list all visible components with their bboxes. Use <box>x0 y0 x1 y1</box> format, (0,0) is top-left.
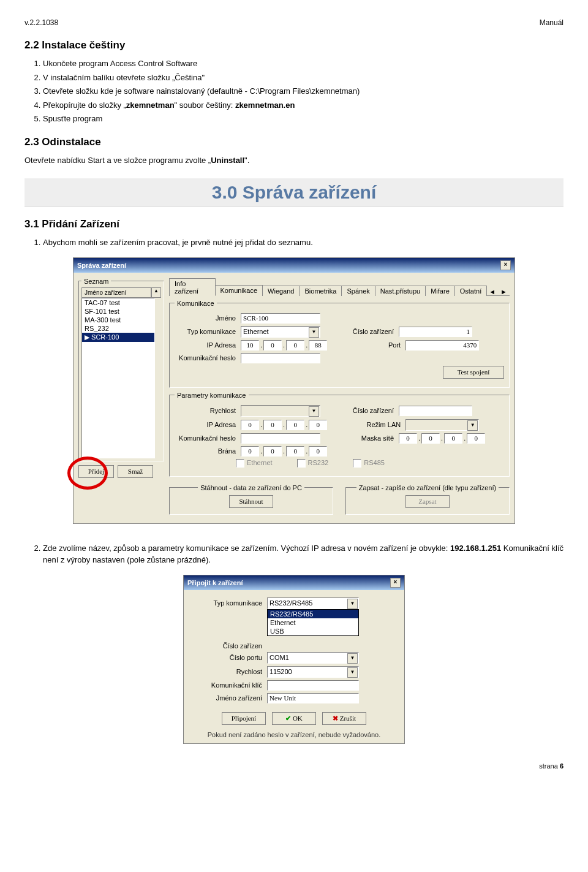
ip-input[interactable]: . . . <box>241 340 327 351</box>
conn-type-label: Typ komunikace <box>189 599 267 607</box>
tab-access[interactable]: Nast.přístupu <box>375 286 426 296</box>
dialog-titlebar: Připojit k zařízení × <box>184 575 404 590</box>
mask-label: Maska sítě <box>320 434 399 442</box>
delete-button[interactable]: Smaž <box>118 465 153 478</box>
conn-type-options[interactable]: RS232/RS485 Ethernet USB <box>267 609 359 636</box>
name-input[interactable] <box>241 313 320 324</box>
commpass-label: Komunikační heslo <box>175 354 241 362</box>
devno-input[interactable] <box>399 327 472 337</box>
ethernet-checkbox: Ethernet <box>236 459 273 468</box>
tab-info[interactable]: Info zařízení <box>169 278 216 296</box>
commkey-input[interactable] <box>267 680 359 691</box>
portno-select[interactable]: COM1▼ <box>267 652 359 664</box>
tab-sleep[interactable]: Spánek <box>341 286 375 296</box>
conn-type-select[interactable]: RS232/RS485▼ <box>267 597 359 609</box>
uninstall-text: Otevřete nabídku Start a ve složce progr… <box>24 154 564 167</box>
tab-other[interactable]: Ostatní <box>454 286 487 296</box>
port-input[interactable] <box>405 340 479 351</box>
heading-3-1: 3.1 Přidání Zařízení <box>24 218 564 230</box>
heading-2-3: 2.3 Odinstalace <box>24 136 564 148</box>
mask-input[interactable]: . . . <box>399 433 485 444</box>
devname-input[interactable] <box>267 693 359 703</box>
devname-label: Jméno zařízení <box>189 694 267 702</box>
connect-button[interactable]: Připojení <box>222 712 266 725</box>
name-label: Jméno <box>175 314 241 322</box>
ip2-label: IP Adresa <box>175 421 241 428</box>
cancel-button[interactable]: ✖ Zrušit <box>322 712 366 725</box>
ok-button[interactable]: ✔ OK <box>272 712 316 725</box>
lan-label: Režim LAN <box>327 421 405 428</box>
connect-device-dialog: Připojit k zařízení × Typ komunikace RS2… <box>183 575 405 744</box>
add-device-step-2: Zde zvolíme název, způsob a parametry ko… <box>43 542 564 566</box>
sidebar-header: Jméno zařízení <box>81 287 151 298</box>
tab-bar: Info zařízení Komunikace Wiegand Biometr… <box>169 278 510 296</box>
chevron-down-icon: ▼ <box>347 599 358 609</box>
tab-biometrics[interactable]: Biometrika <box>299 286 342 296</box>
tab-wiegand[interactable]: Wiegand <box>262 286 300 296</box>
device-list[interactable]: TAC-07 test SF-101 test MA-300 test RS_2… <box>81 298 155 458</box>
gw-label: Brána <box>175 447 241 455</box>
doc-type: Manuál <box>540 18 564 27</box>
heading-2-2: 2.2 Instalace češtiny <box>24 39 564 51</box>
type-label: Typ komunikace <box>175 328 241 335</box>
option[interactable]: RS232/RS485 <box>268 610 358 618</box>
commpass-input[interactable] <box>241 353 320 363</box>
list-item[interactable]: RS_232 <box>82 324 154 333</box>
check-icon: ✔ <box>285 715 293 722</box>
close-icon[interactable]: × <box>390 578 401 588</box>
chevron-down-icon: ▼ <box>309 406 319 417</box>
write-button: Zapsat <box>405 495 450 508</box>
add-button[interactable]: Přidej <box>78 465 114 478</box>
tab-mifare[interactable]: Mifare <box>425 286 455 296</box>
doc-version: v.2.2.1038 <box>24 18 58 27</box>
add-device-step-1: Abychom mohli se zařízením pracovat, je … <box>43 237 564 249</box>
list-item[interactable]: TAC-07 test <box>82 298 154 307</box>
dialog-note: Pokud není zadáno heslo v zařízení, nebu… <box>189 731 399 738</box>
x-icon: ✖ <box>333 715 340 722</box>
write-group-label: Zapsat - zapíše do zařízení (dle typu za… <box>356 484 499 491</box>
commpass2-input[interactable] <box>241 433 320 444</box>
option[interactable]: Ethernet <box>268 618 358 627</box>
chevron-down-icon: ▼ <box>347 667 358 678</box>
list-item[interactable]: SF-101 test <box>82 307 154 316</box>
install-steps: Ukončete program Access Control Software… <box>43 58 564 125</box>
speed-label: Rychlost <box>175 407 241 414</box>
chevron-down-icon: ▼ <box>347 653 358 664</box>
dialog-title: Správa zařízení <box>77 262 126 269</box>
tab-right-icon[interactable]: ► <box>498 288 510 295</box>
ip2-input[interactable]: . . . <box>241 420 327 430</box>
step: Spusťte program <box>43 113 564 125</box>
list-item[interactable]: MA-300 test <box>82 316 154 324</box>
step: Otevřete složku kde je software nainstal… <box>43 85 564 97</box>
list-item[interactable]: ▶ SCR-100 <box>82 333 154 342</box>
step: Překopírujte do složky „zkemnetman" soub… <box>43 99 564 112</box>
params-group-label: Parametry komunikace <box>175 392 249 399</box>
option[interactable]: USB <box>268 627 358 635</box>
test-connection-button[interactable]: Test spojení <box>443 366 504 379</box>
tab-left-icon[interactable]: ◄ <box>486 288 498 295</box>
chevron-down-icon: ▼ <box>467 420 478 431</box>
devno2-input[interactable] <box>399 406 472 416</box>
lan-select[interactable]: ▼ <box>405 419 479 431</box>
sidebar-group-label: Seznam <box>81 278 111 285</box>
sort-up-icon[interactable]: ▲ <box>151 287 161 298</box>
dialog-title: Připojit k zařízení <box>187 579 243 586</box>
dialog-titlebar: Správa zařízení × <box>74 258 514 273</box>
step: Ukončete program Access Control Software <box>43 58 564 70</box>
port-label: Port <box>327 341 405 349</box>
chevron-down-icon: ▼ <box>309 327 319 338</box>
speed-select[interactable]: 115200▼ <box>267 666 359 678</box>
device-manager-dialog: Správa zařízení × Seznam Jméno zařízení … <box>73 257 515 524</box>
gw-input[interactable]: . . . <box>241 446 327 457</box>
commpass2-label: Komunikační heslo <box>175 434 241 442</box>
portno-label: Číslo portu <box>189 654 267 661</box>
type-select[interactable]: Ethernet▼ <box>241 326 320 338</box>
devno-label-short: Číslo zařízen <box>189 642 267 650</box>
devno2-label: Číslo zařízení <box>320 407 399 414</box>
tab-communication[interactable]: Komunikace <box>215 285 263 296</box>
speed-select[interactable]: ▼ <box>241 405 320 417</box>
download-button[interactable]: Stáhnout <box>229 495 273 508</box>
comm-group-label: Komunikace <box>175 300 217 307</box>
close-icon[interactable]: × <box>500 260 511 270</box>
page-footer: strana 6 <box>24 762 564 770</box>
